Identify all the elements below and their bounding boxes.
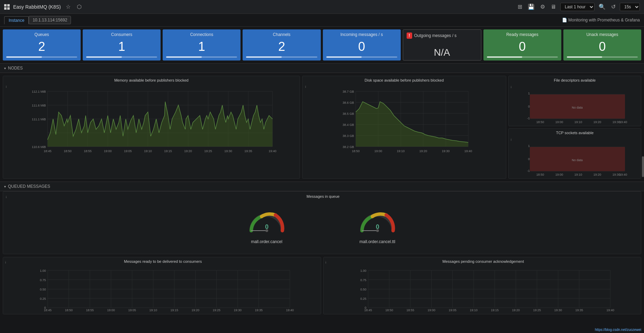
- stat-card-unack: Unack messages 0: [563, 29, 641, 61]
- stat-card-queues-bar: [6, 56, 77, 58]
- time-range-select[interactable]: Last 1 hour: [560, 3, 595, 11]
- svg-text:19:40: 19:40: [619, 173, 627, 176]
- star-icon[interactable]: ☆: [64, 2, 72, 11]
- ready-chart-title: Messages ready to be delivered to consum…: [7, 259, 319, 263]
- stat-card-incoming-title: Incoming messages / s: [341, 32, 383, 37]
- ready-chart-svg: 1.00 0.75 0.50 0.25 0 18:45 18:50 18:55 …: [5, 267, 319, 312]
- svg-text:-1: -1: [527, 169, 530, 173]
- svg-text:19:30: 19:30: [554, 308, 562, 312]
- refresh-icon[interactable]: ↺: [610, 2, 617, 11]
- svg-text:-1: -1: [527, 117, 530, 120]
- svg-text:38.3 GB: 38.3 GB: [343, 134, 354, 138]
- miq-info: i: [6, 195, 7, 199]
- share-icon[interactable]: ⬡: [75, 2, 83, 11]
- instance-left: Instance 10.1.13.114:15692: [4, 16, 71, 24]
- pending-chart-svg: 1.00 0.75 0.50 0.25 0 18:45 18:50 18:55 …: [326, 267, 639, 312]
- stat-card-connections: Connections 1: [163, 29, 241, 61]
- svg-text:18:45: 18:45: [44, 149, 52, 153]
- tcp-chart-svg: No data 1 0 -1 18:50 19:00 19:10 19:20 1…: [511, 142, 639, 176]
- queued-section-header[interactable]: ▾ QUEUED MESSAGES: [0, 182, 644, 191]
- stat-card-queues-title: Queues: [35, 32, 49, 37]
- topbar-left: Easy RabbitMQ (K8S) ☆ ⬡: [4, 2, 83, 11]
- file-desc-info: i: [511, 85, 511, 89]
- stat-card-incoming: Incoming messages / s 0: [323, 29, 401, 61]
- refresh-rate-select[interactable]: 15s: [620, 3, 640, 11]
- gauge-item-1: 0 mall.order.cancel: [246, 208, 288, 244]
- svg-text:19:10: 19:10: [574, 173, 582, 176]
- stat-card-channels-bar: [246, 56, 317, 58]
- svg-text:0.50: 0.50: [360, 288, 366, 291]
- stat-cards: Queues 2 Consumers 1 Connections 1 Chann…: [0, 27, 644, 63]
- stat-card-consumers-bar: [86, 56, 157, 58]
- svg-text:19:30: 19:30: [224, 149, 232, 153]
- zoom-out-icon[interactable]: 🔍: [597, 2, 607, 11]
- svg-text:19:35: 19:35: [244, 149, 252, 153]
- stat-card-connections-title: Connections: [190, 32, 213, 37]
- stat-card-consumers-title: Consumers: [111, 32, 132, 37]
- outgoing-header: ! Outgoing messages / s: [407, 33, 478, 39]
- stat-card-incoming-value: 0: [358, 40, 365, 53]
- pending-chart-title: Messages pending consumer acknowledgemen…: [328, 259, 639, 263]
- stat-card-channels: Channels 2: [243, 29, 320, 61]
- queued-chevron-icon: ▾: [4, 185, 6, 188]
- svg-text:18:50: 18:50: [65, 308, 73, 312]
- stat-card-ready-value: 0: [519, 40, 526, 53]
- bottom-charts: i Messages ready to be delivered to cons…: [0, 257, 644, 317]
- svg-text:111.1 MiB: 111.1 MiB: [32, 118, 46, 121]
- stat-card-incoming-bar: [326, 56, 397, 58]
- disk-chart-svg: 38.7 GB 38.6 GB 38.5 GB 38.4 GB 38.3 GB …: [305, 84, 504, 154]
- stat-card-channels-title: Channels: [273, 32, 291, 37]
- gauge-label-2: mall.order.cancel.ttl: [360, 239, 395, 244]
- stat-card-unack-value: 0: [599, 40, 606, 53]
- svg-text:110.6 MiB: 110.6 MiB: [32, 145, 46, 149]
- settings-icon[interactable]: ⚙: [539, 2, 546, 11]
- instance-value[interactable]: 10.1.13.114:15692: [29, 16, 71, 24]
- stat-card-ready: Ready messages 0: [483, 29, 561, 61]
- file-desc-chart-svg: No data 1 0 -1 18:50 19:00 19:10 19:20 1…: [511, 89, 639, 124]
- svg-text:19:40: 19:40: [619, 120, 627, 124]
- svg-text:19:30: 19:30: [442, 149, 450, 153]
- stat-card-consumers: Consumers 1: [83, 29, 161, 61]
- svg-text:38.2 GB: 38.2 GB: [343, 145, 354, 149]
- svg-text:18:50: 18:50: [352, 149, 360, 153]
- svg-text:19:00: 19:00: [104, 149, 112, 153]
- svg-marker-33: [47, 102, 272, 147]
- stat-card-outgoing-value: N/A: [434, 48, 450, 57]
- save-icon[interactable]: 💾: [526, 2, 536, 11]
- topbar-right: ⊞ 💾 ⚙ 🖥 Last 1 hour 🔍 ↺ 15s: [516, 2, 640, 11]
- stat-card-queues: Queues 2: [3, 29, 81, 61]
- memory-chart-area: i 112: [5, 84, 298, 154]
- disk-chart-panel: Disk space available before publishers b…: [302, 76, 506, 179]
- gauge-item-2: 0 mall.order.cancel.ttl: [357, 208, 398, 244]
- svg-text:18:50: 18:50: [385, 308, 393, 312]
- svg-text:19:00: 19:00: [555, 173, 563, 176]
- svg-text:1: 1: [528, 144, 530, 148]
- svg-text:19:20: 19:20: [191, 308, 199, 312]
- nodes-section-header[interactable]: ▾ NODES: [0, 63, 644, 73]
- monitor-icon[interactable]: 🖥: [549, 2, 557, 11]
- memory-chart-info: i: [6, 85, 7, 89]
- stat-card-unack-title: Unack messages: [586, 32, 618, 37]
- svg-text:18:55: 18:55: [406, 308, 414, 312]
- svg-text:19:00: 19:00: [427, 308, 435, 312]
- svg-text:19:10: 19:10: [397, 149, 405, 153]
- stat-card-consumers-value: 1: [118, 40, 125, 53]
- svg-text:18:50: 18:50: [536, 173, 544, 176]
- svg-text:38.5 GB: 38.5 GB: [343, 112, 354, 115]
- tcp-chart-panel: TCP sockets available i No data 1 0 -1 1…: [508, 128, 641, 179]
- svg-text:0.25: 0.25: [40, 297, 46, 300]
- instance-tab[interactable]: Instance: [4, 16, 29, 24]
- add-panel-icon[interactable]: ⊞: [516, 2, 524, 11]
- gauge-label-1: mall.order.cancel: [251, 239, 282, 244]
- memory-chart-title: Memory available before publishers block…: [5, 78, 298, 82]
- memory-chart-panel: Memory available before publishers block…: [3, 76, 300, 179]
- scrollbar[interactable]: [642, 156, 644, 177]
- svg-text:112.1 MiB: 112.1 MiB: [32, 90, 46, 93]
- stat-card-ready-bar: [487, 56, 558, 58]
- svg-text:19:10: 19:10: [470, 308, 478, 312]
- svg-text:19:20: 19:20: [593, 120, 601, 124]
- svg-text:0.25: 0.25: [360, 297, 366, 300]
- monitoring-link[interactable]: 📄 Monitoring with Prometheus & Grafana: [562, 18, 640, 22]
- svg-text:0.75: 0.75: [40, 278, 46, 282]
- file-desc-chart-panel: File descriptors available i No data 1 0…: [508, 76, 641, 126]
